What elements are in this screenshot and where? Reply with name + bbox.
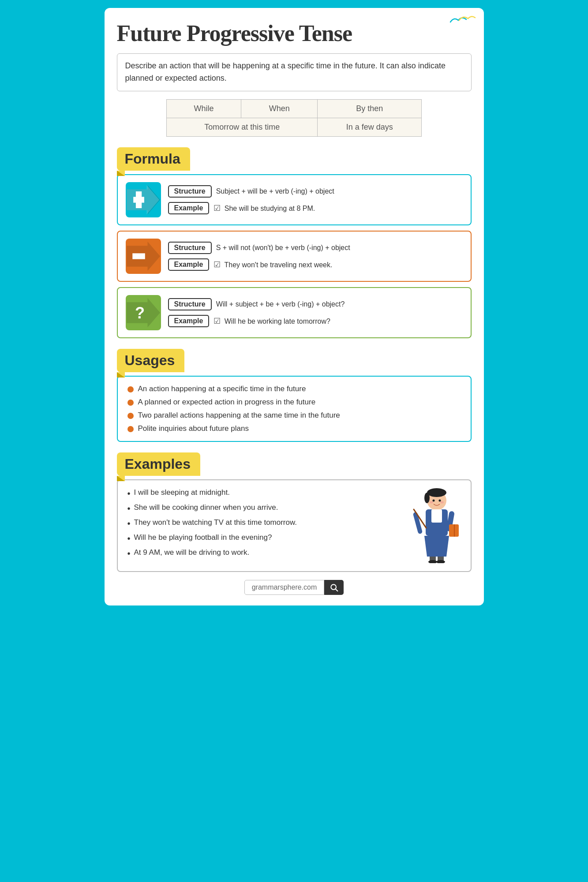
structure-text-3: Will + subject + be + verb (-ing) + obje… [216, 300, 345, 308]
example-sentence-2: They won't be traveling next week. [224, 261, 332, 269]
svg-point-26 [440, 501, 444, 503]
example-item-5: • At 9 AM, we will be driving to work. [127, 548, 404, 559]
usage-item-2: A planned or expected action in progress… [127, 398, 461, 407]
svg-rect-5 [132, 253, 145, 259]
signal-bythen: By then [318, 99, 421, 118]
usage-text-3: Two parallel actions happening at the sa… [138, 411, 340, 420]
example-item-3: • They won't be watching TV at this time… [127, 518, 404, 529]
formula-question-example-row: Example ☑ Will he be working late tomorr… [168, 315, 463, 327]
bullet-5: • [127, 548, 131, 559]
footer-domain-text: grammarsphere.com [244, 580, 325, 595]
examples-box: • I will be sleeping at midnight. • She … [117, 479, 472, 572]
examples-section: Examples • I will be sleeping at midnigh… [117, 452, 472, 572]
structure-text-1: Subject + will be + verb (-ing) + object [216, 187, 334, 195]
svg-point-24 [438, 499, 441, 501]
check-icon-1: ☑ [213, 204, 221, 213]
example-text-1: ☑ She will be studying at 8 PM. [213, 203, 315, 213]
negative-icon [126, 239, 161, 274]
check-icon-3: ☑ [213, 317, 221, 325]
svg-point-23 [432, 499, 434, 501]
example-label-2: Example [168, 258, 210, 271]
formula-negative-structure-row: Structure S + will not (won't) be + verb… [168, 242, 463, 254]
example-3: They won't be watching TV at this time t… [134, 518, 297, 527]
bird-decoration [449, 14, 476, 33]
svg-rect-12 [431, 509, 442, 523]
usage-text-2: A planned or expected action in progress… [138, 398, 316, 407]
usage-item-1: An action happening at a specific time i… [127, 385, 461, 393]
description-box: Describe an action that will be happenin… [117, 53, 472, 91]
main-card: Future Progressive Tense Describe an act… [105, 8, 484, 605]
orange-dot-3 [127, 413, 134, 419]
example-sentence-3: Will he be working late tomorrow? [225, 318, 330, 325]
question-icon: ? [126, 295, 161, 330]
structure-label-3: Structure [168, 298, 212, 310]
orange-dot-2 [127, 400, 134, 406]
examples-title: Examples [125, 456, 191, 472]
formula-positive-example-row: Example ☑ She will be studying at 8 PM. [168, 202, 463, 214]
formula-negative-example-row: Example ☑ They won't be traveling next w… [168, 258, 463, 271]
usages-title: Usages [125, 352, 175, 368]
svg-point-9 [427, 488, 446, 497]
svg-rect-20 [454, 524, 455, 537]
signal-words-table: While When By then Tomorrow at this time… [166, 99, 422, 137]
bullet-1: • [127, 488, 131, 499]
formula-question-structure-row: Structure Will + subject + be + verb (-i… [168, 298, 463, 310]
formula-negative-rows: Structure S + will not (won't) be + verb… [168, 242, 463, 271]
example-5: At 9 AM, we will be driving to work. [134, 548, 250, 557]
example-sentence-1: She will be studying at 8 PM. [225, 205, 315, 212]
svg-point-25 [430, 501, 433, 503]
usage-text-4: Polite inquiries about future plans [138, 424, 249, 433]
structure-label-1: Structure [168, 185, 212, 198]
structure-label-2: Structure [168, 242, 212, 254]
svg-rect-3 [135, 191, 141, 208]
usages-section: Usages An action happening at a specific… [117, 349, 472, 442]
svg-line-28 [336, 589, 338, 591]
usage-text-1: An action happening at a specific time i… [138, 385, 306, 393]
example-text-2: ☑ They won't be traveling next week. [213, 260, 332, 269]
formula-negative: Structure S + will not (won't) be + verb… [117, 231, 472, 282]
example-label-1: Example [168, 202, 210, 214]
example-4: Will he be playing football in the eveni… [134, 533, 272, 542]
svg-marker-13 [424, 536, 449, 557]
example-item-2: • She will be cooking dinner when you ar… [127, 503, 404, 514]
svg-text:?: ? [135, 304, 145, 322]
orange-dot-1 [127, 386, 134, 392]
orange-dot-4 [127, 426, 134, 432]
search-icon [330, 583, 338, 592]
formula-question-rows: Structure Will + subject + be + verb (-i… [168, 298, 463, 327]
formula-positive-rows: Structure Subject + will be + verb (-ing… [168, 185, 463, 214]
signal-fewdays: In a few days [318, 118, 421, 136]
signal-row-2: Tomorrow at this time In a few days [167, 118, 422, 136]
formula-section: Formula Structure Subject + w [117, 147, 472, 338]
bullet-4: • [127, 533, 131, 544]
formula-question: ? Structure Will + subject + be + verb (… [117, 287, 472, 338]
example-item-1: • I will be sleeping at midnight. [127, 488, 404, 499]
footer-search-button[interactable] [324, 580, 344, 595]
example-item-4: • Will he be playing football in the eve… [127, 533, 404, 544]
bullet-2: • [127, 503, 131, 514]
structure-text-2: S + will not (won't) be + verb (-ing) + … [216, 244, 350, 252]
svg-point-10 [424, 493, 430, 503]
formula-positive-structure-row: Structure Subject + will be + verb (-ing… [168, 185, 463, 198]
usage-item-4: Polite inquiries about future plans [127, 424, 461, 433]
example-1: I will be sleeping at midnight. [134, 488, 230, 497]
example-label-3: Example [168, 315, 210, 327]
example-2: She will be cooking dinner when you arri… [134, 503, 278, 512]
usage-item-3: Two parallel actions happening at the sa… [127, 411, 461, 420]
signal-while: While [167, 99, 241, 118]
examples-list: • I will be sleeping at midnight. • She … [127, 488, 404, 559]
formula-title: Formula [125, 151, 180, 167]
positive-icon [126, 182, 161, 217]
usages-section-header: Usages [117, 349, 185, 372]
examples-section-header: Examples [117, 452, 200, 476]
page-title: Future Progressive Tense [117, 20, 472, 46]
teacher-figure [408, 488, 461, 563]
example-text-3: ☑ Will he be working late tomorrow? [213, 316, 330, 326]
footer: grammarsphere.com [117, 580, 472, 595]
usages-box: An action happening at a specific time i… [117, 376, 472, 442]
check-icon-2: ☑ [213, 260, 221, 269]
description-text: Describe an action that will be happenin… [125, 61, 446, 82]
signal-when: When [241, 99, 318, 118]
formula-section-header: Formula [117, 147, 190, 171]
signal-row-1: While When By then [167, 99, 422, 118]
